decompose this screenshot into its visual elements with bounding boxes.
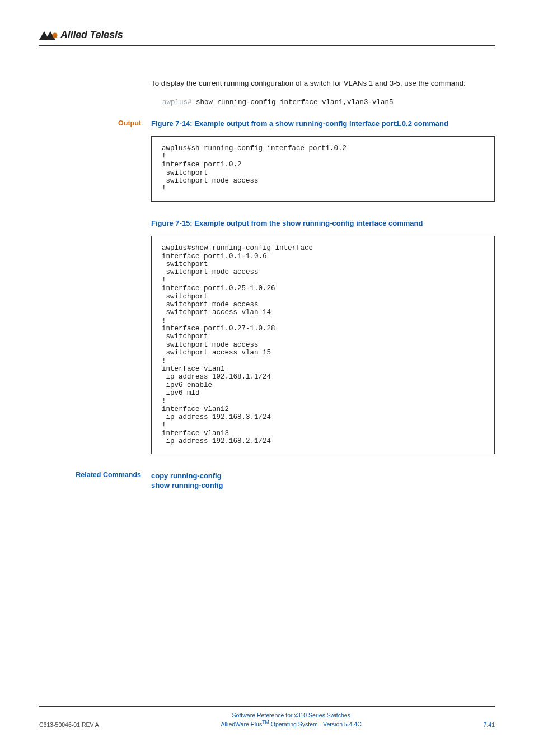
footer-left: C613-50046-01 REV A [39, 721, 99, 728]
link-copy-running-config[interactable]: copy running-config [151, 471, 223, 481]
page-header: Allied Telesis [39, 29, 495, 46]
page-footer: C613-50046-01 REV A Software Reference f… [39, 706, 495, 728]
logo: Allied Telesis [39, 29, 495, 41]
command-line: awplus# show running-config interface vl… [162, 99, 495, 106]
figure-7-15-title: Figure 7-15: Example output from the sho… [151, 218, 495, 228]
cli-command: show running-config interface vlan1,vlan… [192, 99, 394, 106]
footer-rule [39, 706, 495, 707]
figure-7-14-code: awplus#sh running-config interface port1… [151, 136, 495, 201]
footer-center-line2: AlliedWare PlusTM Operating System - Ver… [99, 719, 484, 728]
related-commands-links: copy running-config show running-config [151, 471, 223, 491]
figure-7-15-code: awplus#show running-config interface int… [151, 236, 495, 454]
footer-page-number: 7.41 [484, 721, 495, 728]
figure-7-15-block: Figure 7-15: Example output from the sho… [151, 218, 495, 454]
footer-center-line1: Software Reference for x310 Series Switc… [99, 711, 484, 719]
svg-point-2 [53, 32, 58, 38]
output-row: Output Figure 7-14: Example output from … [39, 119, 495, 218]
footer-center: Software Reference for x310 Series Switc… [99, 711, 484, 728]
link-show-running-config[interactable]: show running-config [151, 480, 223, 491]
footer-grid: C613-50046-01 REV A Software Reference f… [39, 711, 495, 728]
cli-prompt: awplus# [162, 99, 192, 106]
header-rule [39, 45, 495, 46]
output-label: Output [39, 119, 151, 218]
intro-text: To display the current running configura… [151, 78, 495, 88]
logo-mark-icon [39, 30, 59, 40]
page-content: To display the current running configura… [39, 78, 495, 491]
related-commands-row: Related Commands copy running-config sho… [39, 471, 495, 491]
related-commands-label: Related Commands [39, 471, 151, 491]
figure-7-14-title: Figure 7-14: Example output from a show … [151, 119, 495, 129]
logo-text: Allied Telesis [60, 29, 123, 41]
